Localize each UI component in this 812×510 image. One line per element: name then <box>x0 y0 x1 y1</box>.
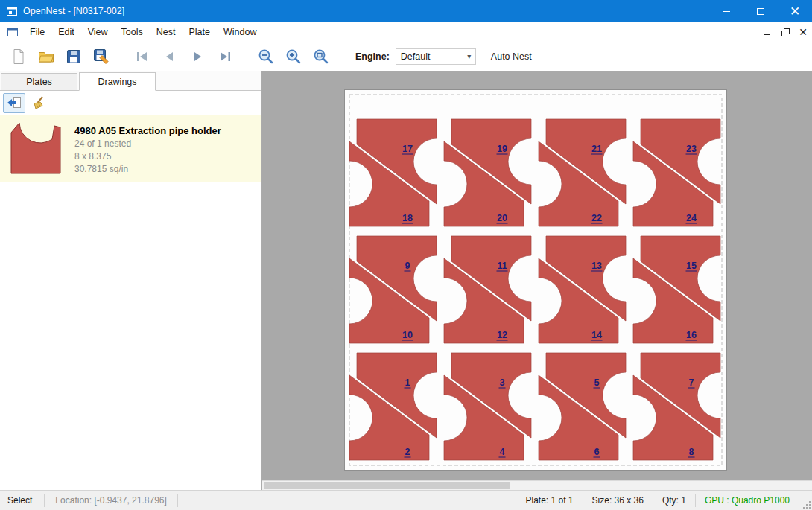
open-folder-icon <box>38 48 54 65</box>
drawing-nested-count: 24 of 1 nested <box>74 138 221 149</box>
tab-drawings[interactable]: Drawings <box>79 72 156 91</box>
window-title: OpenNest - [N0317-002] <box>23 6 709 16</box>
last-arrow-icon <box>218 49 232 64</box>
open-button[interactable] <box>35 46 57 67</box>
engine-label: Engine: <box>355 51 390 62</box>
part-number-label: 19 <box>497 144 507 154</box>
resize-grip[interactable] <box>801 499 811 509</box>
menu-file[interactable]: File <box>23 22 51 42</box>
part-number-label: 12 <box>497 330 507 340</box>
zoom-in-button[interactable] <box>282 46 305 67</box>
drawing-size: 8 x 8.375 <box>74 151 221 162</box>
mdi-close-icon: ✕ <box>799 26 808 38</box>
new-button[interactable] <box>7 46 30 67</box>
part-number-label: 20 <box>497 213 507 223</box>
status-mode: Select <box>0 495 44 506</box>
mdi-close-button[interactable]: ✕ <box>794 24 812 40</box>
zoom-out-icon <box>258 48 274 65</box>
tab-plates[interactable]: Plates <box>1 73 77 90</box>
zoom-fit-button[interactable] <box>310 46 332 67</box>
part-number-label: 5 <box>594 377 600 388</box>
side-panel: Plates Drawings <box>0 71 262 490</box>
zoom-out-button[interactable] <box>255 46 277 67</box>
zoom-in-icon <box>285 48 302 65</box>
first-plate-button[interactable] <box>131 46 153 67</box>
part-number-label: 18 <box>402 213 413 223</box>
menu-window[interactable]: Window <box>217 22 263 42</box>
part-number-label: 23 <box>686 144 697 154</box>
previous-plate-button[interactable] <box>159 46 181 67</box>
part-number-label: 9 <box>405 261 410 271</box>
drawing-title: 4980 A05 Extraction pipe holder <box>74 125 221 136</box>
document-window-icon <box>7 26 19 38</box>
main-toolbar: Engine: Default ▾ Auto Nest <box>0 42 812 71</box>
menu-bar: File Edit View Tools Nest Plate Window ✕ <box>0 22 812 42</box>
part-number-label: 2 <box>405 447 410 457</box>
scrollbar-thumb[interactable] <box>264 482 510 489</box>
new-file-icon <box>11 48 26 65</box>
save-as-button[interactable] <box>90 46 112 67</box>
part-thumbnail <box>6 121 66 176</box>
plate: 171819202122232491011121314151612345678 <box>344 89 727 474</box>
part-number-label: 13 <box>591 261 602 271</box>
first-arrow-icon <box>135 49 150 64</box>
return-drawing-button[interactable] <box>3 93 25 113</box>
part-number-label: 16 <box>686 330 697 340</box>
broom-icon <box>31 95 46 110</box>
part-number-label: 6 <box>594 447 600 457</box>
menu-tools[interactable]: Tools <box>115 22 150 42</box>
menu-nest[interactable]: Nest <box>150 22 183 42</box>
previous-arrow-icon <box>162 49 177 64</box>
zoom-fit-icon <box>313 48 329 65</box>
menu-plate[interactable]: Plate <box>182 22 217 42</box>
panel-tabs: Plates Drawings <box>0 71 261 91</box>
mdi-minimize-button[interactable] <box>758 24 776 40</box>
status-size: Size: 36 x 36 <box>583 495 653 506</box>
mdi-restore-button[interactable] <box>776 24 794 40</box>
status-qty: Qty: 1 <box>653 495 695 506</box>
next-plate-button[interactable] <box>186 46 209 67</box>
part-number-label: 14 <box>591 330 602 340</box>
minimize-button[interactable] <box>709 0 743 22</box>
maximize-button[interactable] <box>743 0 778 22</box>
drawing-area: 30.7815 sq/in <box>74 164 221 174</box>
last-plate-button[interactable] <box>214 46 236 67</box>
part-number-label: 4 <box>500 447 505 457</box>
close-button[interactable]: ✕ <box>778 0 812 22</box>
drawing-list-empty-area <box>0 182 261 490</box>
minimize-icon <box>723 11 730 12</box>
part-number-label: 22 <box>591 213 602 223</box>
part-number-label: 21 <box>591 144 602 154</box>
mdi-minimize-icon <box>764 34 770 35</box>
drawings-toolbar <box>0 91 261 115</box>
save-button[interactable] <box>63 46 85 67</box>
part-number-label: 17 <box>402 144 413 154</box>
status-bar: Select Location: [-0.9437, 21.8796] Plat… <box>0 490 812 510</box>
part-number-label: 15 <box>686 261 697 271</box>
return-arrow-page-icon <box>7 96 22 109</box>
horizontal-scrollbar[interactable] <box>262 480 812 490</box>
menu-view[interactable]: View <box>81 22 115 42</box>
mdi-restore-icon <box>781 28 790 36</box>
nest-canvas[interactable]: 171819202122232491011121314151612345678 <box>262 71 812 490</box>
part-number-label: 24 <box>686 213 697 223</box>
app-icon <box>6 5 18 17</box>
save-floppy-icon <box>66 49 81 64</box>
chevron-down-icon: ▾ <box>463 52 475 60</box>
status-location: Location: [-0.9437, 21.8796] <box>45 495 177 506</box>
menu-edit[interactable]: Edit <box>51 22 81 42</box>
clean-button[interactable] <box>28 93 50 113</box>
status-gpu: GPU : Quadro P1000 <box>696 495 799 506</box>
status-plate: Plate: 1 of 1 <box>516 495 582 506</box>
drawing-list-item[interactable]: 4980 A05 Extraction pipe holder 24 of 1 … <box>0 115 261 182</box>
next-arrow-icon <box>190 49 205 64</box>
auto-nest-button[interactable]: Auto Nest <box>491 51 532 62</box>
close-icon: ✕ <box>790 5 800 18</box>
save-edit-icon <box>93 48 110 65</box>
part-number-label: 8 <box>689 447 694 457</box>
engine-combobox[interactable]: Default ▾ <box>396 48 476 65</box>
part-number-label: 10 <box>402 330 413 340</box>
part-number-label: 3 <box>500 377 505 388</box>
engine-value: Default <box>396 51 463 62</box>
maximize-icon <box>757 8 764 15</box>
